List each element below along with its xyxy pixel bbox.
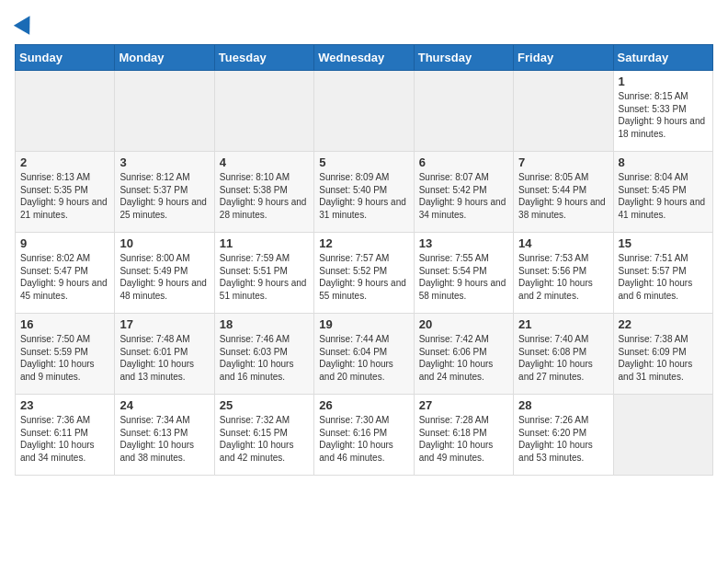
calendar-week-row: 23Sunrise: 7:36 AM Sunset: 6:11 PM Dayli… bbox=[16, 395, 713, 476]
day-number: 13 bbox=[419, 236, 508, 250]
day-number: 4 bbox=[220, 155, 309, 169]
weekday-header-sunday: Sunday bbox=[16, 45, 115, 71]
day-number: 28 bbox=[518, 398, 608, 412]
weekday-header-friday: Friday bbox=[514, 45, 613, 71]
calendar-cell: 25Sunrise: 7:32 AM Sunset: 6:15 PM Dayli… bbox=[214, 395, 313, 476]
day-number: 6 bbox=[419, 155, 508, 169]
calendar-cell: 14Sunrise: 7:53 AM Sunset: 5:56 PM Dayli… bbox=[514, 233, 613, 314]
day-info: Sunrise: 7:42 AM Sunset: 6:06 PM Dayligh… bbox=[419, 333, 508, 383]
calendar-cell: 20Sunrise: 7:42 AM Sunset: 6:06 PM Dayli… bbox=[414, 314, 513, 395]
weekday-header-saturday: Saturday bbox=[613, 45, 712, 71]
weekday-header-monday: Monday bbox=[115, 45, 214, 71]
calendar-cell: 4Sunrise: 8:10 AM Sunset: 5:38 PM Daylig… bbox=[214, 152, 313, 233]
calendar-cell bbox=[115, 71, 214, 152]
day-number: 14 bbox=[518, 236, 608, 250]
day-number: 16 bbox=[20, 317, 109, 331]
logo bbox=[15, 15, 35, 35]
day-number: 15 bbox=[619, 236, 708, 250]
calendar-week-row: 16Sunrise: 7:50 AM Sunset: 5:59 PM Dayli… bbox=[16, 314, 713, 395]
calendar-cell bbox=[514, 71, 613, 152]
day-info: Sunrise: 7:48 AM Sunset: 6:01 PM Dayligh… bbox=[119, 333, 209, 383]
day-number: 9 bbox=[20, 236, 109, 250]
day-info: Sunrise: 8:10 AM Sunset: 5:38 PM Dayligh… bbox=[220, 171, 309, 221]
calendar-cell: 19Sunrise: 7:44 AM Sunset: 6:04 PM Dayli… bbox=[314, 314, 414, 395]
calendar-cell bbox=[16, 71, 115, 152]
calendar-week-row: 2Sunrise: 8:13 AM Sunset: 5:35 PM Daylig… bbox=[16, 152, 713, 233]
calendar-cell: 9Sunrise: 8:02 AM Sunset: 5:47 PM Daylig… bbox=[16, 233, 115, 314]
calendar-cell: 26Sunrise: 7:30 AM Sunset: 6:16 PM Dayli… bbox=[314, 395, 414, 476]
day-info: Sunrise: 7:57 AM Sunset: 5:52 PM Dayligh… bbox=[319, 252, 408, 302]
day-info: Sunrise: 7:40 AM Sunset: 6:08 PM Dayligh… bbox=[518, 333, 608, 383]
day-info: Sunrise: 8:04 AM Sunset: 5:45 PM Dayligh… bbox=[619, 171, 708, 221]
weekday-header-row: SundayMondayTuesdayWednesdayThursdayFrid… bbox=[16, 45, 713, 71]
day-number: 26 bbox=[319, 398, 408, 412]
calendar-cell: 12Sunrise: 7:57 AM Sunset: 5:52 PM Dayli… bbox=[314, 233, 414, 314]
day-info: Sunrise: 7:59 AM Sunset: 5:51 PM Dayligh… bbox=[220, 252, 309, 302]
calendar-cell: 23Sunrise: 7:36 AM Sunset: 6:11 PM Dayli… bbox=[16, 395, 115, 476]
day-info: Sunrise: 8:05 AM Sunset: 5:44 PM Dayligh… bbox=[518, 171, 608, 221]
day-number: 21 bbox=[518, 317, 608, 331]
calendar-table: SundayMondayTuesdayWednesdayThursdayFrid… bbox=[15, 44, 713, 476]
calendar-cell: 18Sunrise: 7:46 AM Sunset: 6:03 PM Dayli… bbox=[214, 314, 313, 395]
day-info: Sunrise: 8:09 AM Sunset: 5:40 PM Dayligh… bbox=[319, 171, 408, 221]
day-number: 23 bbox=[20, 398, 109, 412]
day-info: Sunrise: 8:15 AM Sunset: 5:33 PM Dayligh… bbox=[619, 90, 708, 140]
calendar-cell: 28Sunrise: 7:26 AM Sunset: 6:20 PM Dayli… bbox=[514, 395, 613, 476]
calendar-cell: 27Sunrise: 7:28 AM Sunset: 6:18 PM Dayli… bbox=[414, 395, 513, 476]
day-number: 11 bbox=[220, 236, 309, 250]
day-number: 8 bbox=[619, 155, 708, 169]
calendar-cell: 6Sunrise: 8:07 AM Sunset: 5:42 PM Daylig… bbox=[414, 152, 513, 233]
calendar-week-row: 1Sunrise: 8:15 AM Sunset: 5:33 PM Daylig… bbox=[16, 71, 713, 152]
day-info: Sunrise: 7:36 AM Sunset: 6:11 PM Dayligh… bbox=[20, 414, 109, 464]
calendar-week-row: 9Sunrise: 8:02 AM Sunset: 5:47 PM Daylig… bbox=[16, 233, 713, 314]
day-number: 3 bbox=[119, 155, 209, 169]
day-number: 12 bbox=[319, 236, 408, 250]
day-info: Sunrise: 7:51 AM Sunset: 5:57 PM Dayligh… bbox=[619, 252, 708, 302]
day-number: 17 bbox=[119, 317, 209, 331]
day-info: Sunrise: 7:44 AM Sunset: 6:04 PM Dayligh… bbox=[319, 333, 408, 383]
day-info: Sunrise: 7:53 AM Sunset: 5:56 PM Dayligh… bbox=[518, 252, 608, 302]
day-number: 1 bbox=[619, 75, 708, 88]
calendar-cell: 8Sunrise: 8:04 AM Sunset: 5:45 PM Daylig… bbox=[613, 152, 712, 233]
day-info: Sunrise: 8:13 AM Sunset: 5:35 PM Dayligh… bbox=[20, 171, 109, 221]
day-info: Sunrise: 7:28 AM Sunset: 6:18 PM Dayligh… bbox=[419, 414, 508, 464]
calendar-cell bbox=[613, 395, 712, 476]
calendar-cell: 7Sunrise: 8:05 AM Sunset: 5:44 PM Daylig… bbox=[514, 152, 613, 233]
day-info: Sunrise: 8:00 AM Sunset: 5:49 PM Dayligh… bbox=[119, 252, 209, 302]
weekday-header-thursday: Thursday bbox=[414, 45, 513, 71]
day-info: Sunrise: 7:30 AM Sunset: 6:16 PM Dayligh… bbox=[319, 414, 408, 464]
day-info: Sunrise: 8:07 AM Sunset: 5:42 PM Dayligh… bbox=[419, 171, 508, 221]
day-number: 5 bbox=[319, 155, 408, 169]
weekday-header-wednesday: Wednesday bbox=[314, 45, 414, 71]
logo-triangle-icon bbox=[14, 11, 38, 35]
calendar-cell: 2Sunrise: 8:13 AM Sunset: 5:35 PM Daylig… bbox=[16, 152, 115, 233]
day-number: 18 bbox=[220, 317, 309, 331]
calendar-cell bbox=[314, 71, 414, 152]
weekday-header-tuesday: Tuesday bbox=[214, 45, 313, 71]
day-info: Sunrise: 7:46 AM Sunset: 6:03 PM Dayligh… bbox=[220, 333, 309, 383]
day-info: Sunrise: 7:26 AM Sunset: 6:20 PM Dayligh… bbox=[518, 414, 608, 464]
page-header bbox=[15, 15, 713, 35]
day-info: Sunrise: 8:12 AM Sunset: 5:37 PM Dayligh… bbox=[119, 171, 209, 221]
calendar-cell: 3Sunrise: 8:12 AM Sunset: 5:37 PM Daylig… bbox=[115, 152, 214, 233]
day-number: 25 bbox=[220, 398, 309, 412]
calendar-cell: 16Sunrise: 7:50 AM Sunset: 5:59 PM Dayli… bbox=[16, 314, 115, 395]
calendar-cell bbox=[414, 71, 513, 152]
calendar-cell: 13Sunrise: 7:55 AM Sunset: 5:54 PM Dayli… bbox=[414, 233, 513, 314]
day-info: Sunrise: 8:02 AM Sunset: 5:47 PM Dayligh… bbox=[20, 252, 109, 302]
day-info: Sunrise: 7:34 AM Sunset: 6:13 PM Dayligh… bbox=[119, 414, 209, 464]
day-number: 10 bbox=[119, 236, 209, 250]
day-number: 27 bbox=[419, 398, 508, 412]
calendar-cell bbox=[214, 71, 313, 152]
day-number: 20 bbox=[419, 317, 508, 331]
calendar-cell: 5Sunrise: 8:09 AM Sunset: 5:40 PM Daylig… bbox=[314, 152, 414, 233]
calendar-cell: 22Sunrise: 7:38 AM Sunset: 6:09 PM Dayli… bbox=[613, 314, 712, 395]
day-number: 7 bbox=[518, 155, 608, 169]
calendar-cell: 17Sunrise: 7:48 AM Sunset: 6:01 PM Dayli… bbox=[115, 314, 214, 395]
calendar-cell: 15Sunrise: 7:51 AM Sunset: 5:57 PM Dayli… bbox=[613, 233, 712, 314]
day-number: 2 bbox=[20, 155, 109, 169]
day-number: 24 bbox=[119, 398, 209, 412]
calendar-cell: 10Sunrise: 8:00 AM Sunset: 5:49 PM Dayli… bbox=[115, 233, 214, 314]
calendar-cell: 1Sunrise: 8:15 AM Sunset: 5:33 PM Daylig… bbox=[613, 71, 712, 152]
day-info: Sunrise: 7:38 AM Sunset: 6:09 PM Dayligh… bbox=[619, 333, 708, 383]
